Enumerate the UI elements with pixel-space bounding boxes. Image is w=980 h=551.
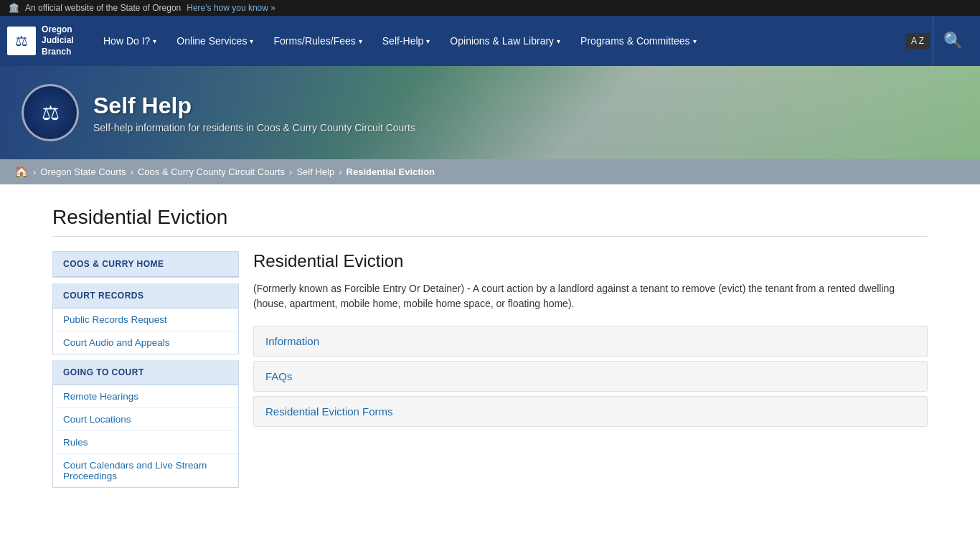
search-button[interactable]: 🔍	[933, 16, 973, 66]
sidebar-item-court-locations[interactable]: Court Locations	[53, 408, 238, 431]
page-title: Residential Eviction	[52, 206, 928, 237]
sidebar-item-public-records-request[interactable]: Public Records Request	[53, 309, 238, 331]
content-layout: COOS & CURRY HOME COURT RECORDS Public R…	[52, 251, 928, 488]
main-navigation: ⚖ Oregon Judicial Branch How Do I? ▾ Onl…	[0, 16, 980, 66]
breadcrumb-sep: ›	[33, 166, 36, 177]
announcement-bar: 🏛️ An official website of the State of O…	[0, 0, 980, 16]
hero-subtitle: Self-help information for residents in C…	[93, 122, 415, 133]
logo-text: Oregon Judicial Branch	[42, 24, 74, 58]
accordion-forms: Residential Eviction Forms	[253, 396, 928, 427]
sidebar-section-home: COOS & CURRY HOME	[52, 251, 239, 278]
how-to-know-link[interactable]: Here's how you know »	[187, 3, 275, 13]
main-content: Residential Eviction COOS & CURRY HOME C…	[38, 184, 942, 509]
nav-right-controls: A Z 🔍	[905, 16, 973, 66]
language-button[interactable]: A Z	[905, 33, 930, 49]
breadcrumb-oregon-state-courts[interactable]: Oregon State Courts	[40, 166, 126, 177]
nav-items: How Do I? ▾ Online Services ▾ Forms/Rule…	[93, 16, 905, 66]
breadcrumb-sep: ›	[131, 166, 133, 177]
chevron-down-icon: ▾	[153, 37, 156, 45]
oregon-flag-icon: 🏛️	[9, 3, 19, 13]
sidebar-section-header-home[interactable]: COOS & CURRY HOME	[53, 252, 238, 277]
nav-opinions-law-library[interactable]: Opinions & Law Library ▾	[440, 16, 570, 66]
nav-forms-rules-fees[interactable]: Forms/Rules/Fees ▾	[263, 16, 372, 66]
announcement-text: An official website of the State of Oreg…	[25, 3, 181, 13]
content-area: Residential Eviction (Formerly known as …	[253, 251, 928, 488]
sidebar-section-header-going-to-court: GOING TO COURT	[53, 360, 238, 385]
hero-banner: ⚖ Self Help Self-help information for re…	[0, 66, 980, 159]
accordion-information: Information	[253, 326, 928, 357]
chevron-down-icon: ▾	[693, 37, 697, 45]
nav-self-help[interactable]: Self-Help ▾	[372, 16, 440, 66]
sidebar: COOS & CURRY HOME COURT RECORDS Public R…	[52, 251, 239, 488]
logo-icon: ⚖	[7, 27, 36, 55]
breadcrumb-sep: ›	[289, 166, 292, 177]
nav-how-do-i[interactable]: How Do I? ▾	[93, 16, 166, 66]
breadcrumb-sep: ›	[339, 166, 341, 177]
breadcrumb: 🏠 › Oregon State Courts › Coos & Curry C…	[0, 159, 980, 184]
home-icon[interactable]: 🏠	[14, 165, 29, 179]
site-logo[interactable]: ⚖ Oregon Judicial Branch	[7, 24, 86, 58]
chevron-down-icon: ▾	[250, 37, 253, 45]
sidebar-section-going-to-court: GOING TO COURT Remote Hearings Court Loc…	[52, 360, 239, 488]
sidebar-item-remote-hearings[interactable]: Remote Hearings	[53, 385, 238, 408]
chevron-down-icon: ▾	[359, 37, 362, 45]
breadcrumb-county-circuit-courts[interactable]: Coos & Curry County Circuit Courts	[138, 166, 285, 177]
accordion-faqs-header[interactable]: FAQs	[254, 362, 927, 391]
breadcrumb-current: Residential Eviction	[347, 166, 435, 177]
nav-programs-committees[interactable]: Programs & Committees ▾	[570, 16, 706, 66]
accordion-forms-header[interactable]: Residential Eviction Forms	[254, 397, 927, 426]
content-heading: Residential Eviction	[253, 251, 928, 271]
sidebar-section-header-court-records: COURT RECORDS	[53, 283, 238, 309]
sidebar-section-court-records: COURT RECORDS Public Records Request Cou…	[52, 283, 239, 354]
content-description: (Formerly known as Forcible Entry Or Det…	[253, 281, 928, 311]
hero-text: Self Help Self-help information for resi…	[93, 93, 415, 133]
hero-title: Self Help	[93, 93, 415, 119]
nav-online-services[interactable]: Online Services ▾	[166, 16, 263, 66]
sidebar-item-court-audio-appeals[interactable]: Court Audio and Appeals	[53, 331, 238, 354]
breadcrumb-self-help[interactable]: Self Help	[296, 166, 334, 177]
sidebar-item-rules[interactable]: Rules	[53, 431, 238, 454]
sidebar-item-court-calendars[interactable]: Court Calendars and Live Stream Proceedi…	[53, 454, 238, 487]
oregon-seal: ⚖	[22, 84, 79, 141]
accordion-information-header[interactable]: Information	[254, 326, 927, 356]
accordion-faqs: FAQs	[253, 361, 928, 392]
chevron-down-icon: ▾	[426, 37, 430, 45]
chevron-down-icon: ▾	[557, 37, 560, 45]
